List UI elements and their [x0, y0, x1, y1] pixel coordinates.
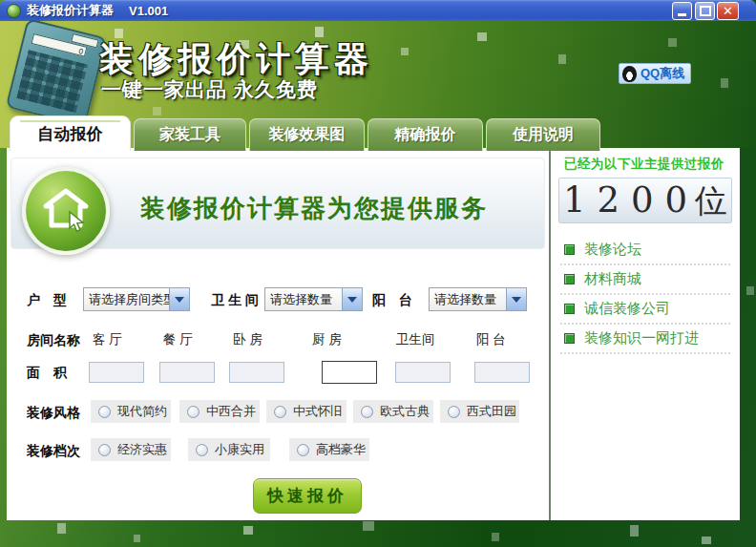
- house-button[interactable]: [22, 167, 110, 255]
- sidebar-link-trusted-companies[interactable]: 诚信装修公司: [560, 295, 730, 325]
- dropdown-arrow-button[interactable]: [506, 288, 526, 310]
- style-option-modern[interactable]: 现代简约: [91, 400, 171, 423]
- style-option-mixed[interactable]: 中西合并: [179, 400, 260, 423]
- level-option-comfort[interactable]: 小康实用: [188, 438, 270, 461]
- style-option-chinese-classic[interactable]: 中式怀旧: [266, 400, 346, 423]
- bathroom-count-select[interactable]: 请选择数量: [264, 287, 363, 311]
- tab-effect-gallery[interactable]: 装修效果图: [249, 118, 365, 151]
- calculator-keys: [16, 50, 88, 113]
- room-name-header: 餐 厅: [163, 330, 193, 349]
- tab-bar: 自动报价 家装工具 装修效果图 精确报价 使用说明: [10, 116, 600, 151]
- area-input-bathroom[interactable]: [395, 362, 451, 383]
- option-label: 欧式古典: [380, 403, 430, 420]
- banner-heading: 装修报价计算器为您提供服务: [140, 192, 488, 225]
- close-icon: ✕: [723, 4, 733, 18]
- tab-label: 自动报价: [38, 123, 103, 145]
- style-option-european[interactable]: 欧式古典: [353, 400, 433, 423]
- link-label: 诚信装修公司: [584, 300, 670, 318]
- area-input-livingroom[interactable]: [89, 362, 144, 383]
- radio-icon[interactable]: [196, 444, 208, 456]
- area-input-bedroom[interactable]: [229, 362, 284, 383]
- area-label: 面 积: [27, 360, 67, 385]
- chevron-down-icon: [347, 297, 357, 303]
- qq-penguin-icon: [622, 66, 637, 82]
- sidebar-heading: 已经为以下业主提供过报价: [564, 156, 724, 173]
- house-type-select[interactable]: 请选择房间类型: [83, 287, 190, 311]
- sidebar-link-list: 装修论坛 材料商城 诚信装修公司 装修知识一网打进: [560, 236, 730, 354]
- option-label: 高档豪华: [316, 441, 366, 458]
- dropdown-arrow-button[interactable]: [169, 288, 189, 310]
- option-label: 经济实惠: [117, 441, 167, 458]
- room-name-header: 阳 台: [476, 330, 506, 349]
- calculator-logo-icon: 0: [6, 18, 108, 127]
- sidebar-link-forum[interactable]: 装修论坛: [560, 236, 730, 265]
- option-label: 小康实用: [215, 441, 264, 458]
- house-cursor-icon: [38, 183, 94, 239]
- app-window: 装修报价计算器 V1.001 ✕ 0 装修报价计算器 一键一家出品 永久免费 Q…: [0, 0, 756, 547]
- room-name-header: 客 厅: [93, 330, 122, 349]
- tab-auto-quote[interactable]: 自动报价: [10, 116, 131, 151]
- option-label: 中式怀旧: [293, 403, 343, 420]
- quick-quote-button[interactable]: 快速报价: [253, 478, 362, 514]
- sidebar-link-material-mall[interactable]: 材料商城: [560, 265, 730, 295]
- quick-quote-label: 快速报价: [267, 485, 347, 507]
- select-value: 请选择数量: [265, 291, 342, 308]
- bullet-icon: [564, 274, 575, 284]
- maximize-button[interactable]: [695, 2, 715, 20]
- room-name-header: 卧 房: [233, 330, 262, 349]
- radio-icon[interactable]: [98, 406, 111, 418]
- room-name-header: 卫生间: [396, 330, 435, 349]
- option-label: 中西合并: [206, 403, 256, 420]
- app-slogan: 一键一家出品 永久免费: [101, 76, 318, 103]
- main-panel: 装修报价计算器为您提供服务 户 型 请选择房间类型 卫 生 间 请选择数量 阳 …: [7, 148, 549, 520]
- radio-icon[interactable]: [297, 444, 309, 456]
- radio-icon[interactable]: [448, 406, 460, 418]
- quote-count: 1200: [563, 179, 699, 222]
- bullet-icon: [564, 244, 575, 255]
- option-label: 西式田园: [467, 403, 516, 420]
- tab-label: 精确报价: [395, 125, 456, 145]
- link-label: 装修论坛: [584, 241, 641, 259]
- qq-status-label: QQ离线: [640, 65, 684, 82]
- select-value: 请选择房间类型: [84, 291, 169, 308]
- area-input-balcony[interactable]: [474, 362, 530, 383]
- radio-icon[interactable]: [98, 444, 111, 456]
- bullet-icon: [564, 304, 575, 314]
- house-type-label: 户 型: [27, 287, 67, 312]
- sidebar-link-knowledge[interactable]: 装修知识一网打进: [560, 325, 730, 354]
- maximize-icon: [700, 6, 711, 16]
- tab-label: 家装工具: [159, 125, 220, 145]
- area-input-diningroom[interactable]: [159, 362, 215, 383]
- area-input-kitchen[interactable]: [322, 361, 377, 384]
- tab-label: 装修效果图: [269, 125, 346, 145]
- minimize-icon: [678, 13, 686, 16]
- level-option-economy[interactable]: 经济实惠: [91, 438, 171, 461]
- room-names-label: 房间名称: [27, 327, 80, 352]
- link-label: 装修知识一网打进: [584, 329, 699, 347]
- titlebar: 装修报价计算器 V1.001 ✕: [0, 0, 756, 21]
- window-version: V1.001: [129, 4, 168, 18]
- tab-home-tools[interactable]: 家装工具: [134, 118, 246, 151]
- option-label: 现代简约: [117, 403, 167, 420]
- radio-icon[interactable]: [274, 406, 286, 418]
- dropdown-arrow-button[interactable]: [342, 288, 362, 310]
- minimize-button[interactable]: [672, 2, 692, 20]
- room-name-header: 厨 房: [312, 330, 342, 349]
- tab-usage-help[interactable]: 使用说明: [486, 118, 600, 151]
- bathroom-count-label: 卫 生 间: [211, 287, 259, 312]
- level-option-luxury[interactable]: 高档豪华: [289, 438, 369, 461]
- sidebar: 已经为以下业主提供过报价 1200 位 装修论坛 材料商城 诚信装修公司 装修知…: [549, 148, 740, 520]
- tab-precise-quote[interactable]: 精确报价: [368, 118, 483, 151]
- chevron-down-icon: [175, 297, 184, 303]
- balcony-count-label: 阳 台: [372, 287, 412, 312]
- close-button[interactable]: ✕: [717, 2, 739, 20]
- style-option-western-rural[interactable]: 西式田园: [440, 400, 519, 423]
- style-label: 装修风格: [27, 400, 80, 425]
- select-value: 请选择数量: [430, 291, 506, 308]
- qq-status-badge[interactable]: QQ离线: [619, 63, 691, 84]
- link-label: 材料商城: [584, 270, 641, 288]
- radio-icon[interactable]: [187, 406, 200, 418]
- balcony-count-select[interactable]: 请选择数量: [429, 287, 527, 311]
- level-label: 装修档次: [27, 438, 80, 463]
- radio-icon[interactable]: [361, 406, 373, 418]
